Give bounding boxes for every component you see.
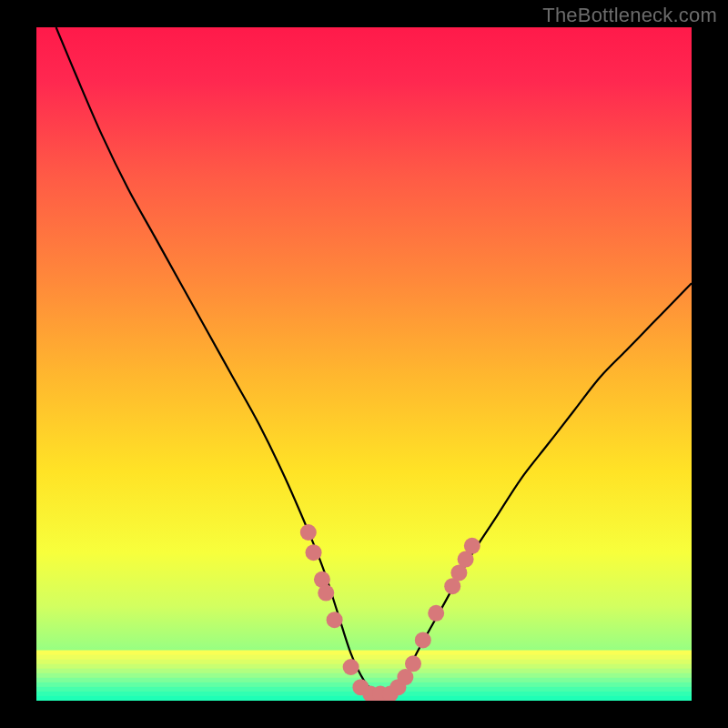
curve-marker bbox=[306, 544, 322, 561]
bottleneck-chart bbox=[36, 27, 692, 701]
gradient-background bbox=[36, 27, 692, 701]
band-stripe bbox=[36, 669, 692, 674]
curve-marker bbox=[318, 585, 334, 602]
curve-marker bbox=[300, 524, 317, 541]
plot-area bbox=[36, 27, 692, 701]
curve-marker bbox=[405, 655, 421, 672]
curve-marker bbox=[415, 632, 431, 648]
curve-marker bbox=[464, 538, 480, 554]
curve-marker bbox=[327, 612, 343, 628]
band-stripe bbox=[36, 673, 692, 679]
watermark-text: TheBottleneck.com bbox=[542, 4, 717, 27]
band-stripe bbox=[36, 651, 692, 656]
curve-marker bbox=[428, 605, 444, 622]
band-stripe bbox=[36, 664, 692, 670]
band-stripe bbox=[36, 660, 692, 665]
chart-frame: TheBottleneck.com bbox=[0, 0, 728, 728]
band-stripe bbox=[36, 655, 692, 661]
curve-marker bbox=[343, 659, 359, 675]
